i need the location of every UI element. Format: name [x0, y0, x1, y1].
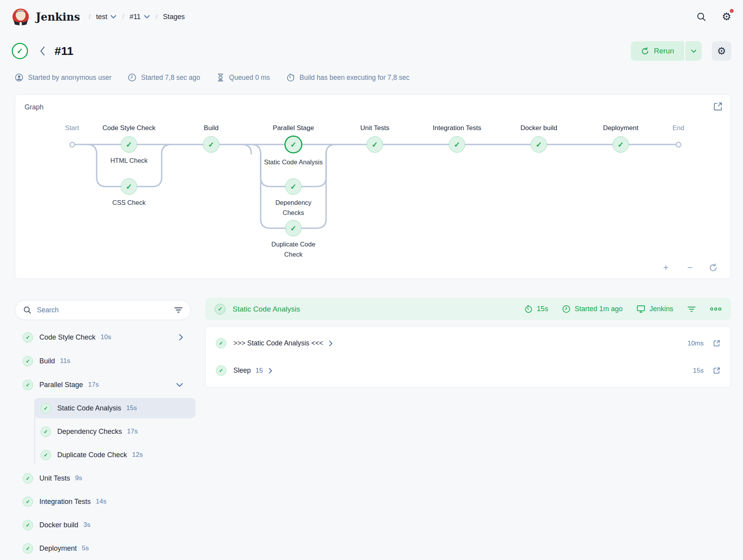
- zoom-reset-icon[interactable]: [709, 263, 720, 272]
- stage-row-docker-build[interactable]: ✓ Docker build 3s: [15, 515, 191, 535]
- breadcrumb: / test / #11 / Stages: [88, 13, 185, 21]
- graph-stage-label: Parallel Stage: [273, 124, 314, 132]
- breadcrumb-separator: /: [155, 13, 157, 21]
- build-status-success-icon: ✓: [12, 43, 28, 59]
- steps-panel: ✓ >>> Static Code Analysis <<< 10ms ✓ Sl…: [205, 326, 731, 387]
- search-icon[interactable]: [696, 12, 706, 22]
- breadcrumb-page: Stages: [163, 13, 185, 21]
- success-check-icon: ✓: [216, 338, 226, 349]
- graph-node-docker-build[interactable]: ✓: [531, 136, 547, 153]
- success-check-icon: ✓: [23, 473, 33, 484]
- stage-agent-item: Jenkins: [637, 305, 673, 313]
- stage-filter-icon[interactable]: [687, 306, 696, 312]
- filter-icon[interactable]: [174, 306, 183, 313]
- jenkins-home-link[interactable]: Jenkins: [12, 8, 80, 26]
- zoom-in-icon[interactable]: +: [660, 262, 671, 273]
- success-check-icon: ✓: [23, 497, 33, 507]
- graph-end-node: [676, 142, 681, 148]
- graph-node-static-code-analysis[interactable]: ✓: [284, 136, 302, 153]
- success-check-icon: ✓: [215, 304, 226, 315]
- graph-branch-label: Duplicate Code Check: [268, 239, 319, 260]
- stage-row-parallel-stage[interactable]: ✓ Parallel Stage 17s: [15, 375, 191, 395]
- graph-stage-label: Build: [204, 124, 219, 132]
- graph-stage-label: Docker build: [521, 124, 558, 132]
- executing-item: Build has been executing for 7,8 sec: [286, 73, 409, 82]
- graph-node-dependency-checks[interactable]: ✓: [285, 178, 302, 195]
- started-time-item: Started 7,8 sec ago: [128, 73, 200, 82]
- chevron-down-icon[interactable]: [144, 15, 150, 19]
- chevron-right-icon[interactable]: [329, 340, 333, 347]
- stage-duration-item: 15s: [524, 305, 548, 313]
- chevron-down-icon[interactable]: [176, 383, 183, 387]
- step-argument: 15: [256, 367, 263, 375]
- graph-zoom-controls: + −: [660, 262, 720, 273]
- zoom-out-icon[interactable]: −: [685, 262, 695, 273]
- open-step-external-icon[interactable]: [713, 367, 720, 374]
- success-check-icon: ✓: [23, 380, 33, 390]
- monitor-icon: [637, 305, 645, 313]
- stage-more-menu-icon[interactable]: [710, 307, 722, 311]
- success-check-icon: ✓: [23, 332, 33, 343]
- stopwatch-icon: [286, 73, 295, 82]
- back-button[interactable]: [40, 46, 45, 56]
- chevron-right-icon[interactable]: [268, 368, 272, 374]
- stage-row-unit-tests[interactable]: ✓ Unit Tests 9s: [15, 468, 191, 488]
- stage-row-static-code-analysis[interactable]: ✓ Static Code Analysis 15s: [34, 398, 196, 418]
- step-row-sleep[interactable]: ✓ Sleep 15 15s: [216, 357, 720, 384]
- selected-stage-header: ✓ Static Code Analysis 15s Started 1m ag…: [205, 298, 731, 320]
- graph-node-unit-tests[interactable]: ✓: [367, 136, 383, 153]
- clock-icon: [562, 305, 570, 313]
- notification-dot: [730, 9, 734, 13]
- success-check-icon: ✓: [23, 356, 33, 366]
- rerun-button[interactable]: Rerun: [631, 41, 684, 61]
- graph-stage-label: Unit Tests: [360, 124, 389, 132]
- build-info-row: Started by anonymous user Started 7,8 se…: [15, 73, 409, 82]
- clock-icon: [128, 73, 136, 82]
- graph-node-deployment[interactable]: ✓: [612, 136, 629, 153]
- breadcrumb-job[interactable]: test: [96, 13, 116, 21]
- user-icon: [15, 73, 23, 82]
- started-by-item: Started by anonymous user: [15, 73, 111, 82]
- graph-end-label: End: [672, 124, 684, 132]
- success-check-icon: ✓: [23, 543, 33, 554]
- breadcrumb-build[interactable]: #11: [129, 13, 150, 21]
- stage-row-build[interactable]: ✓ Build 11s: [15, 351, 191, 371]
- graph-stage-label: Integration Tests: [433, 124, 481, 132]
- graph-stage-label: Deployment: [603, 124, 639, 132]
- jenkins-logo-icon: [12, 8, 30, 26]
- graph-branch-label: Static Code Analysis: [254, 157, 332, 167]
- success-check-icon: ✓: [41, 403, 51, 414]
- success-check-icon: ✓: [23, 520, 33, 530]
- stage-row-deployment[interactable]: ✓ Deployment 5s: [15, 538, 191, 558]
- graph-stage-label: Code Style Check: [102, 124, 155, 132]
- search-icon: [23, 306, 32, 314]
- graph-node-integration-tests[interactable]: ✓: [449, 136, 465, 153]
- step-row-echo[interactable]: ✓ >>> Static Code Analysis <<< 10ms: [216, 330, 720, 357]
- chevron-down-icon[interactable]: [110, 15, 116, 19]
- open-step-external-icon[interactable]: [713, 340, 720, 347]
- stage-row-dependency-checks[interactable]: ✓ Dependency Checks 17s: [34, 421, 196, 442]
- stage-row-integration-tests[interactable]: ✓ Integration Tests 14s: [15, 491, 191, 512]
- graph-branch-label: HTML Check: [102, 155, 156, 166]
- graph-node-html-check[interactable]: ✓: [121, 136, 137, 153]
- graph-node-build[interactable]: ✓: [203, 136, 219, 153]
- build-settings-gear-button[interactable]: ⚙: [712, 41, 731, 61]
- breadcrumb-separator: /: [88, 13, 90, 21]
- run-header: ✓ #11 Rerun ⚙: [12, 39, 731, 63]
- pipeline-graph-panel: Graph Start Code Style Check Build Paral…: [15, 94, 731, 279]
- top-nav-bar: Jenkins / test / #11 / Stages ⚙: [0, 0, 743, 33]
- graph-start-label: Start: [65, 124, 79, 132]
- rerun-dropdown-button[interactable]: [685, 41, 702, 61]
- breadcrumb-separator: /: [122, 13, 124, 21]
- stopwatch-icon: [524, 305, 533, 313]
- search-input[interactable]: [37, 306, 169, 314]
- graph-node-css-check[interactable]: ✓: [121, 178, 137, 195]
- stage-row-code-style-check[interactable]: ✓ Code Style Check 10s: [15, 327, 191, 347]
- stage-search-box: [15, 300, 191, 320]
- chevron-right-icon[interactable]: [179, 334, 183, 341]
- rerun-refresh-icon: [641, 47, 649, 55]
- success-check-icon: ✓: [41, 426, 51, 437]
- stage-row-duplicate-code-check[interactable]: ✓ Duplicate Code Check 12s: [34, 445, 196, 465]
- graph-node-duplicate-code-check[interactable]: ✓: [285, 220, 302, 236]
- manage-gear-icon[interactable]: ⚙: [722, 12, 731, 22]
